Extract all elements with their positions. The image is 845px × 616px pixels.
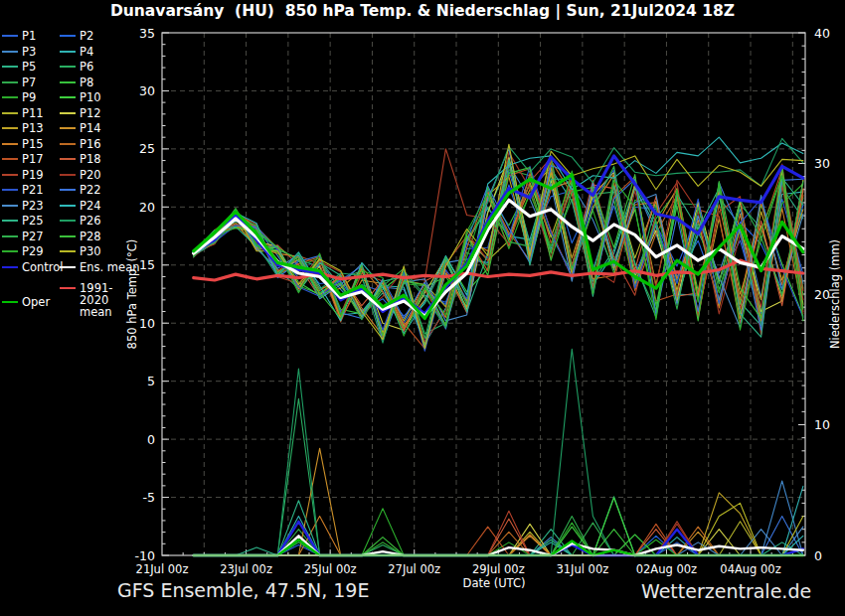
- legend-item-control-label: Control: [22, 261, 64, 273]
- y-left-tick-label: 15: [139, 257, 155, 272]
- legend-item-p24: P24: [60, 200, 101, 212]
- legend-item-p11: P11: [2, 107, 44, 119]
- legend-item-climate-mean: 1991-2020 mean: [60, 282, 139, 318]
- legend-item-p2-swatch: [60, 35, 76, 37]
- legend-item-p14-swatch: [60, 127, 76, 129]
- legend-item-p4-swatch: [60, 51, 76, 53]
- legend-item-p22-swatch: [60, 189, 76, 191]
- legend-item-p17-swatch: [2, 158, 18, 160]
- legend-item-p25-swatch: [2, 220, 18, 222]
- legend-item-p15-swatch: [2, 143, 18, 145]
- x-tick-label: 25Jul 00z: [304, 562, 357, 576]
- legend-item-oper: Oper: [2, 296, 50, 308]
- y-right-tick-label: 40: [814, 26, 830, 41]
- legend-item-p6: P6: [60, 61, 93, 73]
- legend-item-p10-swatch: [60, 96, 76, 98]
- legend-item-p7-label: P7: [22, 77, 36, 88]
- legend-item-p11-label: P11: [22, 107, 44, 119]
- legend-item-p24-swatch: [60, 205, 76, 207]
- y-left-tick-label: 20: [139, 200, 155, 215]
- legend-item-p12-swatch: [60, 112, 76, 114]
- legend-item-p6-label: P6: [80, 61, 93, 73]
- legend-item-p30-swatch: [60, 250, 76, 252]
- legend-item-p13-label: P13: [22, 122, 44, 134]
- legend-item-p27-label: P27: [22, 231, 44, 242]
- legend-item-climate-mean-swatch: [60, 287, 76, 289]
- legend-item-p25-label: P25: [22, 215, 44, 227]
- x-tick-label: 04Aug 00z: [720, 562, 780, 576]
- legend-item-climate-mean-label: 1991-2020 mean: [80, 282, 139, 318]
- legend-item-p20-label: P20: [80, 169, 101, 181]
- legend-item-p23-swatch: [2, 205, 18, 207]
- legend-item-p9-label: P9: [22, 91, 36, 103]
- legend-item-p2: P2: [60, 30, 93, 42]
- legend-item-p5: P5: [2, 61, 36, 73]
- y-left-tick-label: -10: [135, 548, 155, 563]
- legend-item-p15: P15: [2, 138, 44, 150]
- y-right-tick-label: 10: [814, 417, 830, 432]
- legend-item-p15-label: P15: [22, 138, 44, 150]
- legend-item-p14: P14: [60, 122, 101, 134]
- legend-item-p21-label: P21: [22, 184, 44, 196]
- y-left-tick-label: 10: [139, 316, 155, 331]
- legend-item-oper-label: Oper: [22, 296, 50, 308]
- legend-item-p26-swatch: [60, 220, 76, 222]
- meteogram-page: { "title": "Dunavarsány (HU) 850 hPa Tem…: [0, 0, 845, 616]
- x-tick-label: 21Jul 00z: [136, 562, 189, 576]
- legend-item-p16: P16: [60, 138, 101, 150]
- x-axis-label: Date (UTC): [463, 576, 526, 590]
- legend-item-p20: P20: [60, 169, 101, 181]
- legend-item-p1-label: P1: [22, 30, 36, 42]
- legend-item-control: Control: [2, 261, 64, 273]
- legend-item-p13-swatch: [2, 127, 18, 129]
- legend-item-p22-label: P22: [80, 184, 101, 196]
- x-tick-label: 29Jul 00z: [472, 562, 525, 576]
- legend-item-p17: P17: [2, 153, 44, 165]
- legend-item-p8-label: P8: [80, 77, 93, 88]
- legend-item-p12-label: P12: [80, 107, 101, 119]
- legend-item-p21: P21: [2, 184, 44, 196]
- legend-item-p20-swatch: [60, 174, 76, 176]
- legend-item-p14-label: P14: [80, 122, 101, 134]
- legend-item-ens-mean: Ens. mean: [60, 261, 139, 273]
- x-tick-label: 27Jul 00z: [388, 562, 440, 576]
- legend-item-p28: P28: [60, 231, 101, 242]
- legend-item-p30: P30: [60, 245, 101, 257]
- legend-item-p25: P25: [2, 215, 44, 227]
- legend-item-oper-swatch: [2, 301, 18, 303]
- legend-item-p16-swatch: [60, 143, 76, 145]
- legend-item-p3-swatch: [2, 51, 18, 53]
- site-watermark: Wetterzentrale.de: [641, 580, 811, 602]
- x-tick-label: 02Aug 00z: [636, 562, 697, 576]
- y-right-tick-label: 0: [814, 548, 822, 563]
- legend-item-ens-mean-label: Ens. mean: [80, 261, 139, 273]
- legend-item-p24-label: P24: [80, 200, 101, 212]
- legend-item-p1: P1: [2, 30, 36, 42]
- legend-item-p30-label: P30: [80, 245, 101, 257]
- y-left-tick-label: 0: [147, 432, 155, 447]
- y-right-axis-label: Niederschlag (mm): [828, 239, 842, 349]
- legend-item-p7-swatch: [2, 81, 18, 83]
- legend-item-p5-label: P5: [22, 61, 36, 73]
- legend-item-p3-label: P3: [22, 46, 36, 58]
- legend-item-p2-label: P2: [80, 30, 93, 42]
- legend-item-p1-swatch: [2, 35, 18, 37]
- legend-item-p26: P26: [60, 215, 101, 227]
- legend-item-p8: P8: [60, 77, 93, 88]
- legend-item-p29-label: P29: [22, 245, 44, 257]
- legend-item-p21-swatch: [2, 189, 18, 191]
- legend-item-p18-label: P18: [80, 153, 101, 165]
- legend-item-p13: P13: [2, 122, 44, 134]
- legend-item-p26-label: P26: [80, 215, 101, 227]
- legend-item-p7: P7: [2, 77, 36, 88]
- legend-item-p29-swatch: [2, 250, 18, 252]
- legend-item-p10: P10: [60, 91, 101, 103]
- legend-item-p28-label: P28: [80, 231, 101, 242]
- legend-item-control-swatch: [2, 266, 18, 268]
- legend-item-p28-swatch: [60, 235, 76, 237]
- x-tick-label: 31Jul 00z: [556, 562, 608, 576]
- y-left-tick-label: -5: [143, 490, 155, 505]
- legend-item-p23: P23: [2, 200, 44, 212]
- series-P26-precip: [194, 349, 803, 555]
- legend-item-p22: P22: [60, 184, 101, 196]
